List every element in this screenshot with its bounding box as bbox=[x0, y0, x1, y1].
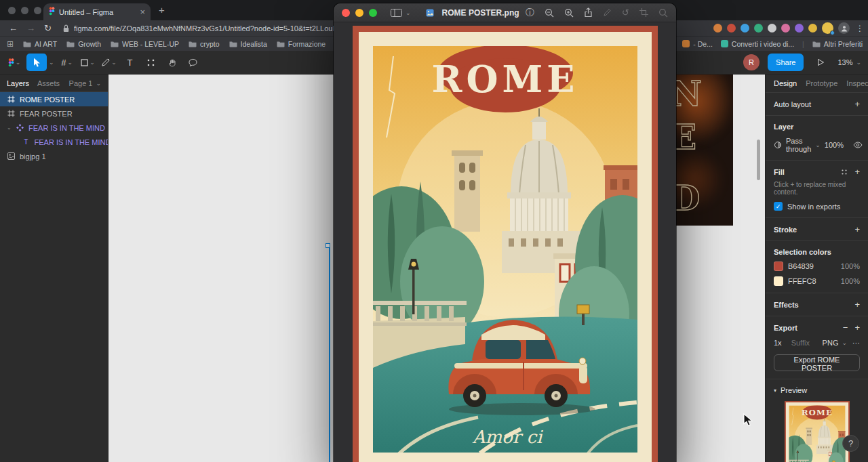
browser-profile-icon[interactable] bbox=[838, 22, 850, 34]
zoom-button[interactable] bbox=[369, 9, 377, 17]
layer-row-rome-poster[interactable]: ROME POSTER bbox=[0, 92, 108, 106]
search-icon[interactable] bbox=[658, 8, 668, 18]
bookmark-item[interactable]: AI ART bbox=[23, 40, 57, 48]
shape-tool-button[interactable]: ⌄ bbox=[79, 54, 97, 71]
crop-icon[interactable] bbox=[639, 8, 648, 17]
add-auto-layout-button[interactable]: + bbox=[854, 100, 860, 108]
remove-export-button[interactable]: − bbox=[843, 323, 848, 332]
styles-icon[interactable] bbox=[841, 169, 848, 175]
zoom-control[interactable]: 13% ⌄ bbox=[837, 58, 861, 66]
expand-chevron-icon[interactable]: ⌄ bbox=[7, 125, 12, 131]
color-swatch[interactable] bbox=[774, 261, 783, 271]
close-button[interactable] bbox=[342, 9, 350, 17]
add-export-button[interactable]: + bbox=[854, 323, 860, 332]
extension-icon[interactable] bbox=[781, 24, 790, 33]
show-in-exports-row[interactable]: ✓ Show in exports bbox=[774, 202, 860, 211]
bookmark-item[interactable]: Converti i video di... bbox=[721, 40, 794, 48]
text-tool-button[interactable]: T bbox=[121, 54, 139, 71]
preview-toggle[interactable]: ▾ Preview bbox=[774, 386, 860, 394]
window-zoom-button[interactable] bbox=[34, 7, 41, 14]
page-selector[interactable]: Page 1 ⌄ bbox=[69, 79, 101, 87]
selection-color-row[interactable]: FFEFC8 100% bbox=[774, 276, 860, 286]
preview-titlebar[interactable]: ⌄ ROME POSTER.png ⓘ ↺ bbox=[334, 3, 676, 22]
main-menu-button[interactable]: ⌄ bbox=[5, 54, 23, 71]
blend-mode-select[interactable]: Pass through ⌄ bbox=[786, 137, 821, 153]
other-bookmarks[interactable]: Altri Preferiti bbox=[812, 40, 863, 48]
reload-button[interactable]: ↻ bbox=[44, 24, 52, 33]
bookmark-item[interactable]: crypto bbox=[189, 40, 220, 48]
effects-section: Effects + bbox=[766, 293, 868, 316]
export-suffix-input[interactable] bbox=[790, 338, 820, 348]
account-avatar[interactable] bbox=[822, 22, 833, 34]
window-minimize-button[interactable] bbox=[21, 7, 28, 14]
bookmark-item[interactable]: - De... bbox=[682, 40, 713, 48]
visibility-eye-icon[interactable] bbox=[853, 142, 863, 148]
info-icon[interactable]: ⓘ bbox=[526, 8, 534, 17]
tab-inspect[interactable]: Inspect bbox=[846, 79, 868, 87]
component-icon bbox=[16, 124, 24, 131]
user-avatar[interactable]: R bbox=[743, 54, 760, 70]
bookmark-item[interactable]: WEB - LEVEL-UP bbox=[111, 40, 179, 48]
export-scale-select[interactable]: 1x bbox=[774, 339, 782, 347]
add-effect-button[interactable]: + bbox=[854, 300, 860, 309]
export-format-select[interactable]: PNG ⌄ bbox=[823, 339, 847, 347]
markup-icon[interactable] bbox=[603, 8, 612, 17]
tab-assets[interactable]: Assets bbox=[37, 79, 60, 87]
layer-row-image[interactable]: bigjpg 1 bbox=[0, 149, 108, 163]
layer-row-fear-poster[interactable]: FEAR POSTER bbox=[0, 106, 108, 121]
bookmark-item[interactable]: Growth bbox=[66, 40, 101, 48]
extension-icon[interactable] bbox=[741, 24, 749, 33]
tab-design[interactable]: Design bbox=[774, 79, 797, 87]
resources-button[interactable] bbox=[142, 54, 160, 71]
tab-close-icon[interactable]: × bbox=[140, 7, 145, 16]
url-bar[interactable]: figma.com/file/ZOqa831eMwhNfNMRz3vGs1/Un… bbox=[74, 24, 340, 33]
browser-tab[interactable]: Untitled – Figma × bbox=[43, 3, 151, 20]
layer-row-component[interactable]: ⌄ FEAR IS IN THE MIND bbox=[0, 121, 108, 135]
color-swatch[interactable] bbox=[774, 276, 783, 286]
share-icon[interactable] bbox=[584, 7, 593, 18]
add-stroke-button[interactable]: + bbox=[854, 225, 860, 234]
pen-tool-button[interactable]: ⌄ bbox=[100, 54, 118, 71]
browser-menu-icon[interactable]: ⋮ bbox=[856, 24, 864, 33]
bookmark-item[interactable]: Formazione bbox=[277, 40, 326, 48]
extensions-row: ⋮ bbox=[713, 20, 864, 36]
add-fill-button[interactable]: + bbox=[854, 167, 860, 176]
preview-window[interactable]: ⌄ ROME POSTER.png ⓘ ↺ bbox=[334, 3, 676, 462]
opacity-value[interactable]: 100% bbox=[825, 141, 844, 149]
comment-tool-button[interactable] bbox=[184, 54, 202, 71]
extension-icon[interactable] bbox=[795, 24, 804, 33]
minimize-button[interactable] bbox=[355, 9, 363, 17]
zoom-out-icon[interactable] bbox=[545, 8, 554, 18]
fear-poster-canvas-image[interactable]: N E D bbox=[676, 75, 733, 226]
zoom-in-icon[interactable] bbox=[564, 8, 574, 18]
forward-button[interactable]: → bbox=[26, 24, 35, 33]
extension-icon[interactable] bbox=[727, 24, 736, 33]
extension-icon[interactable] bbox=[808, 24, 817, 33]
extension-icon[interactable] bbox=[713, 24, 722, 33]
window-close-button[interactable] bbox=[8, 7, 16, 14]
export-more-icon[interactable]: ⋯ bbox=[852, 339, 860, 348]
sidebar-toggle-button[interactable]: ⌄ bbox=[391, 9, 411, 17]
tab-layers[interactable]: Layers bbox=[7, 79, 29, 87]
move-tool-button[interactable] bbox=[26, 54, 47, 71]
hand-tool-button[interactable] bbox=[163, 54, 181, 71]
frame-tool-button[interactable]: # ⌄ bbox=[58, 54, 76, 71]
share-button[interactable]: Share bbox=[768, 54, 804, 71]
checkbox-checked[interactable]: ✓ bbox=[774, 202, 783, 211]
rotate-icon[interactable]: ↺ bbox=[622, 8, 629, 17]
present-button[interactable] bbox=[812, 54, 829, 71]
tab-prototype[interactable]: Prototype bbox=[806, 79, 837, 87]
extension-icon[interactable] bbox=[754, 24, 763, 33]
help-button[interactable]: ? bbox=[842, 435, 859, 452]
bookmark-item[interactable]: Idealista bbox=[229, 40, 267, 48]
back-button[interactable]: ← bbox=[9, 24, 18, 33]
new-tab-button[interactable]: + bbox=[159, 4, 165, 16]
apps-icon[interactable]: ⊞ bbox=[7, 39, 14, 49]
export-button[interactable]: Export ROME POSTER bbox=[774, 354, 860, 371]
canvas-scrollbar[interactable] bbox=[757, 140, 760, 180]
chevron-down-icon[interactable]: ⌄ bbox=[49, 59, 54, 66]
layer-row-text[interactable]: T FEAR IS IN THE MIND bbox=[0, 135, 108, 149]
extension-icon[interactable] bbox=[768, 24, 776, 33]
selection-color-row[interactable]: B64839 100% bbox=[774, 261, 860, 271]
lock-icon[interactable] bbox=[63, 24, 69, 33]
